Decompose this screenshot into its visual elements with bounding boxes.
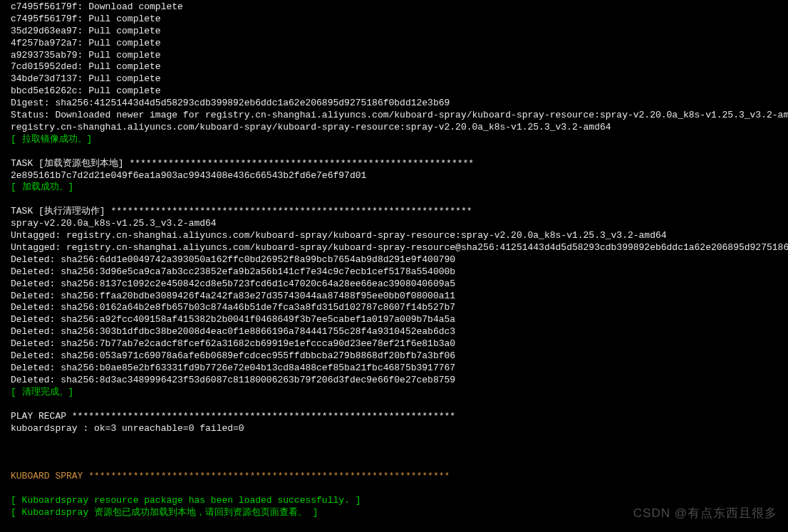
terminal-line: 34bde73d7137: Pull complete [11,73,777,85]
terminal-line: 2e895161b7c7d2d21e049f6ea1a903ac9943408e… [11,170,777,182]
terminal-line: Deleted: sha256:7b77ab7e2cadcf8fcef62a31… [11,338,777,350]
terminal-line: Deleted: sha256:053a971c69078a6afe6b0689… [11,350,777,363]
terminal-line: registry.cn-shanghai.aliyuncs.com/kuboar… [11,122,777,134]
terminal-line: KUBOARD SPRAY **************************… [11,471,777,483]
terminal-line: TASK [执行清理动作] **************************… [11,206,777,218]
terminal-line: Deleted: sha256:303b1dfdbc38be2008d4eac0… [11,326,777,338]
terminal-line: c7495f56179f: Pull complete [11,14,777,26]
terminal-line: Digest: sha256:41251443d4d5d58293cdb3998… [11,98,777,110]
terminal-line: Deleted: sha256:b0ae85e2bf63331fd9b7726e… [11,363,777,375]
terminal-line: Untagged: registry.cn-shanghai.aliyuncs.… [11,242,777,254]
watermark: CSDN @有点东西且很多 [633,506,777,521]
terminal-line: kuboardspray : ok=3 unreachable=0 failed… [11,423,777,435]
terminal-line: Status: Downloaded newer image for regis… [11,110,777,122]
terminal-line [11,194,777,206]
terminal-line [11,447,777,459]
terminal-line [11,483,777,495]
terminal-line: spray-v2.20.0a_k8s-v1.25.3_v3.2-amd64 [11,218,777,230]
terminal-line: [ 加载成功。] [11,182,777,194]
terminal-line: Deleted: sha256:3d96e5ca9ca7ab3cc23852ef… [11,266,777,278]
terminal-line: [ 拉取镜像成功。] [11,134,777,146]
terminal-line [11,434,777,447]
terminal-line: Deleted: sha256:8d3ac3489996423f53d6087c… [11,375,777,387]
terminal-line: a9293735ab79: Pull complete [11,50,777,62]
terminal-line: Deleted: sha256:8137c1092c2e450842cd8e5b… [11,278,777,291]
terminal-line: Deleted: sha256:6dd1e0049742a393050a162f… [11,254,777,266]
terminal-line: 35d29d63ea97: Pull complete [11,26,777,38]
terminal-line: [ 清理完成。] [11,387,777,399]
terminal-line [11,459,777,471]
terminal-output: c7495f56179f: Download completec7495f561… [11,1,777,519]
terminal-line: Deleted: sha256:a92fcc409158af415382b2b0… [11,314,777,326]
terminal-line: bbcd5e16262c: Pull complete [11,85,777,98]
terminal-line: Deleted: sha256:ffaa20bdbe3089426f4a242f… [11,291,777,303]
terminal-line [11,146,777,158]
terminal-line: Deleted: sha256:0162a64b2e8fb657b03c874a… [11,302,777,314]
terminal-line: Untagged: registry.cn-shanghai.aliyuncs.… [11,230,777,242]
terminal-line: PLAY RECAP *****************************… [11,411,777,423]
terminal-line: c7495f56179f: Download complete [11,1,777,14]
terminal-line: 4f257ba972a7: Pull complete [11,38,777,50]
terminal-line: TASK [加载资源包到本地] ************************… [11,158,777,170]
terminal-line: 7cd015952ded: Pull complete [11,61,777,73]
terminal-line [11,399,777,411]
